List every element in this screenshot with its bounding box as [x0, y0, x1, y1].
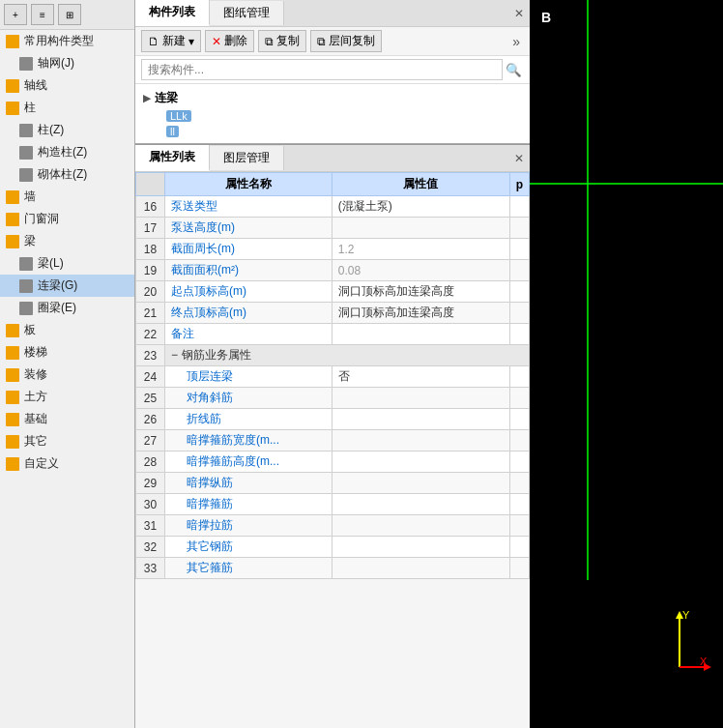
sidebar-item-decoration[interactable]: 装修: [0, 364, 134, 386]
sidebar-item-axis-grid[interactable]: 轴网(J): [0, 52, 134, 74]
prop-name-16[interactable]: 泵送类型: [165, 196, 333, 218]
prop-value-33[interactable]: [332, 558, 509, 579]
sidebar-item-link-beam-g[interactable]: 连梁(G): [0, 275, 134, 297]
toolbar-more-button[interactable]: »: [508, 32, 524, 51]
add-button[interactable]: +: [4, 4, 27, 25]
prop-value-18[interactable]: 1.2: [332, 239, 509, 260]
prop-name-26[interactable]: 折线筋: [165, 409, 333, 430]
sidebar-label-foundation: 基础: [24, 411, 47, 427]
prop-name-32[interactable]: 其它钢筋: [165, 537, 333, 558]
top-panel-close-button[interactable]: ✕: [508, 5, 530, 22]
prop-flag-25: [509, 388, 529, 409]
prop-value-25[interactable]: [332, 388, 509, 409]
prop-name-21[interactable]: 终点顶标高(m): [165, 303, 333, 324]
search-bar: 🔍: [135, 56, 530, 84]
prop-value-31[interactable]: [332, 515, 509, 537]
svg-rect-12: [19, 302, 33, 315]
prop-value-30[interactable]: [332, 494, 509, 515]
table-row-28[interactable]: 28暗撑箍筋高度(m...: [136, 451, 530, 473]
prop-name-20[interactable]: 起点顶标高(m): [165, 281, 333, 303]
sidebar-item-wall-section[interactable]: 墙: [0, 186, 134, 208]
sidebar-label-stairs-section: 楼梯: [24, 344, 47, 361]
search-button[interactable]: 🔍: [503, 59, 524, 80]
prop-value-24[interactable]: 否: [332, 366, 509, 388]
prop-value-29[interactable]: [332, 473, 509, 494]
table-row-27[interactable]: 27暗撑箍筋宽度(m...: [136, 430, 530, 451]
sidebar-item-axis-line[interactable]: 轴线: [0, 74, 134, 97]
bottom-panel-close-button[interactable]: ✕: [508, 150, 530, 167]
table-row-20[interactable]: 20起点顶标高(m)洞口顶标高加连梁高度: [136, 281, 530, 303]
table-row-18[interactable]: 18截面周长(m)1.2: [136, 239, 530, 260]
list-view-button[interactable]: ≡: [31, 4, 54, 25]
sidebar-item-slab-section[interactable]: 板: [0, 319, 134, 341]
sidebar-item-frame-beam-e[interactable]: 圈梁(E): [0, 297, 134, 319]
prop-name-25[interactable]: 对角斜筋: [165, 388, 333, 409]
table-row-33[interactable]: 33其它箍筋: [136, 558, 530, 579]
table-row-31[interactable]: 31暗撑拉筋: [136, 515, 530, 537]
table-row-30[interactable]: 30暗撑箍筋: [136, 494, 530, 515]
prop-value-16[interactable]: (混凝土泵): [332, 196, 509, 218]
property-table-container[interactable]: 属性名称 属性值 p 16泵送类型(混凝土泵)17泵送高度(m)18截面周长(m…: [135, 172, 530, 728]
tab-property-list[interactable]: 属性列表: [135, 145, 210, 171]
copy-component-button[interactable]: ⧉ 复制: [258, 30, 306, 52]
sidebar-item-structural-col[interactable]: 构造柱(Z): [0, 141, 134, 163]
sidebar-item-beam-l[interactable]: 梁(L): [0, 252, 134, 275]
prop-value-28[interactable]: [332, 451, 509, 473]
prop-flag-16: [509, 196, 529, 218]
prop-value-26[interactable]: [332, 409, 509, 430]
prop-name-31[interactable]: 暗撑拉筋: [165, 515, 333, 537]
sidebar-item-stairs-section[interactable]: 楼梯: [0, 341, 134, 364]
section-toggle-23[interactable]: −: [171, 348, 178, 362]
prop-name-28[interactable]: 暗撑箍筋高度(m...: [165, 451, 333, 473]
sidebar-item-masonry-col[interactable]: 砌体柱(Z): [0, 163, 134, 186]
table-row-26[interactable]: 26折线筋: [136, 409, 530, 430]
table-row-25[interactable]: 25对角斜筋: [136, 388, 530, 409]
table-row-32[interactable]: 32其它钢筋: [136, 537, 530, 558]
prop-name-27[interactable]: 暗撑箍筋宽度(m...: [165, 430, 333, 451]
table-row-23[interactable]: 23−钢筋业务属性: [136, 345, 530, 366]
prop-value-22[interactable]: [332, 324, 509, 345]
prop-name-29[interactable]: 暗撑纵筋: [165, 473, 333, 494]
prop-name-17[interactable]: 泵送高度(m): [165, 218, 333, 239]
sidebar-item-door-window[interactable]: 门窗洞: [0, 208, 134, 230]
sidebar-item-column-section[interactable]: 柱: [0, 97, 134, 119]
delete-component-button[interactable]: ✕ 删除: [205, 30, 254, 52]
table-row-17[interactable]: 17泵送高度(m): [136, 218, 530, 239]
tree-group-link-beam[interactable]: ▶ 连梁: [139, 88, 526, 108]
table-row-24[interactable]: 24顶层连梁否: [136, 366, 530, 388]
prop-value-27[interactable]: [332, 430, 509, 451]
prop-name-33[interactable]: 其它箍筋: [165, 558, 333, 579]
floor-copy-button[interactable]: ⧉ 层间复制: [310, 30, 382, 52]
sidebar-item-custom[interactable]: 自定义: [0, 452, 134, 475]
prop-value-20[interactable]: 洞口顶标高加连梁高度: [332, 281, 509, 303]
prop-name-30[interactable]: 暗撑箍筋: [165, 494, 333, 515]
prop-name-24[interactable]: 顶层连梁: [165, 366, 333, 388]
table-row-22[interactable]: 22备注: [136, 324, 530, 345]
tree-arrow-icon: ▶: [143, 93, 151, 103]
table-row-19[interactable]: 19截面面积(m²)0.08: [136, 260, 530, 281]
table-row-29[interactable]: 29暗撑纵筋: [136, 473, 530, 494]
prop-name-19[interactable]: 截面面积(m²): [165, 260, 333, 281]
tab-layer-management[interactable]: 图纸管理: [210, 1, 284, 25]
tree-item-1[interactable]: ll: [139, 124, 526, 139]
tab-component-list[interactable]: 构件列表: [135, 0, 210, 26]
prop-name-18[interactable]: 截面周长(m): [165, 239, 333, 260]
table-row-16[interactable]: 16泵送类型(混凝土泵): [136, 196, 530, 218]
sidebar-item-earthwork[interactable]: 土方: [0, 386, 134, 408]
sidebar-item-other[interactable]: 其它: [0, 430, 134, 452]
prop-value-21[interactable]: 洞口顶标高加连梁高度: [332, 303, 509, 324]
tree-item-0[interactable]: LLk: [139, 108, 526, 124]
prop-name-22[interactable]: 备注: [165, 324, 333, 345]
table-row-21[interactable]: 21终点顶标高(m)洞口顶标高加连梁高度: [136, 303, 530, 324]
sidebar-item-beam-section[interactable]: 梁: [0, 230, 134, 252]
sidebar-item-common-types[interactable]: 常用构件类型: [0, 30, 134, 52]
prop-value-17[interactable]: [332, 218, 509, 239]
sidebar-item-column-z[interactable]: 柱(Z): [0, 119, 134, 141]
search-input[interactable]: [141, 59, 503, 80]
prop-value-32[interactable]: [332, 537, 509, 558]
grid-view-button[interactable]: ⊞: [58, 4, 81, 25]
prop-value-19[interactable]: 0.08: [332, 260, 509, 281]
tab-layer-mgmt[interactable]: 图层管理: [210, 146, 284, 170]
new-component-button[interactable]: 🗋 新建 ▾: [141, 30, 201, 52]
sidebar-item-foundation[interactable]: 基础: [0, 408, 134, 430]
